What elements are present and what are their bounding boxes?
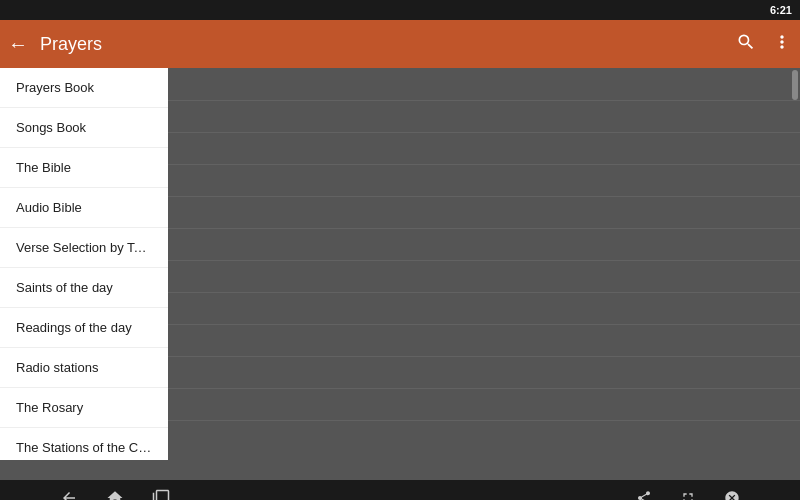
time-display: 6:21 (770, 4, 792, 16)
divider-line (168, 164, 800, 165)
sidebar-item-0[interactable]: Prayers Book (0, 68, 168, 108)
search-button[interactable] (736, 32, 756, 57)
divider-line (168, 228, 800, 229)
nav-share-button[interactable] (636, 490, 652, 500)
sidebar-item-2[interactable]: The Bible (0, 148, 168, 188)
navigation-bar (0, 480, 800, 500)
sidebar-item-9[interactable]: The Stations of the Cross (0, 428, 168, 460)
nav-back-button[interactable] (60, 489, 78, 501)
sidebar-item-5[interactable]: Saints of the day (0, 268, 168, 308)
nav-right-icons (636, 490, 740, 500)
sidebar-item-4[interactable]: Verse Selection by Topics (0, 228, 168, 268)
navigation-drawer: Prayers BookSongs BookThe BibleAudio Bib… (0, 68, 168, 460)
sidebar-item-8[interactable]: The Rosary (0, 388, 168, 428)
nav-home-button[interactable] (106, 489, 124, 501)
divider-line (168, 292, 800, 293)
divider-line (168, 356, 800, 357)
nav-fullscreen-button[interactable] (680, 490, 696, 500)
status-bar: 6:21 (0, 0, 800, 20)
nav-recents-button[interactable] (152, 489, 170, 501)
sidebar-item-7[interactable]: Radio stations (0, 348, 168, 388)
divider-line (168, 100, 800, 101)
nav-close-button[interactable] (724, 490, 740, 500)
scroll-indicator (792, 70, 798, 100)
app-bar: ← Prayers (0, 20, 800, 68)
sidebar-item-6[interactable]: Readings of the day (0, 308, 168, 348)
divider-line (168, 388, 800, 389)
divider-line (168, 132, 800, 133)
more-options-button[interactable] (772, 32, 792, 57)
divider-line (168, 324, 800, 325)
divider-line (168, 196, 800, 197)
sidebar-item-3[interactable]: Audio Bible (0, 188, 168, 228)
sidebar-item-1[interactable]: Songs Book (0, 108, 168, 148)
main-panel (168, 68, 800, 460)
app-title: Prayers (40, 34, 720, 55)
content-area: Prayers BookSongs BookThe BibleAudio Bib… (0, 68, 800, 480)
back-button[interactable]: ← (8, 33, 28, 56)
divider-line (168, 260, 800, 261)
divider-line (168, 420, 800, 421)
